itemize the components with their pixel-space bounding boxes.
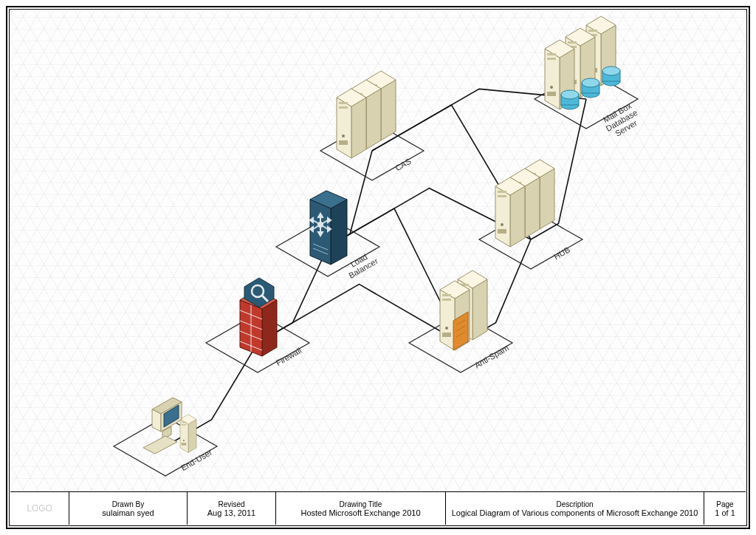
connection-firewall-anti_spam (258, 284, 461, 343)
label-mailbox: Mail BoxDatabaseServer (600, 100, 644, 141)
title-block: LOGO Drawn By sulaiman syed Revised Aug … (10, 491, 746, 525)
description-value: Logical Diagram of Various components of… (452, 508, 698, 517)
drawn-by-cell: Drawn By sulaiman syed (69, 492, 188, 525)
router-icon (310, 191, 347, 265)
node-hub: HUB (479, 160, 583, 269)
description-label: Description (556, 500, 593, 508)
diagram-canvas: End-UserFirewallLoadBalancerAnti-SpamCAS… (10, 10, 746, 491)
drawing-title-cell: Drawing Title Hosted Microsoft Exchange … (276, 492, 446, 525)
node-cas: CAS (320, 71, 424, 180)
revised-label: Revised (218, 500, 244, 508)
page-cell: Page 1 of 1 (704, 492, 746, 525)
label-anti_spam: Anti-Spam (473, 343, 510, 369)
label-firewall: Firewall (275, 346, 303, 367)
drawing-title-label: Drawing Title (340, 500, 382, 508)
workstation-icon (143, 398, 196, 454)
node-load_balancer: LoadBalancer (276, 191, 379, 280)
drawn-by-value: sulaiman syed (102, 508, 154, 517)
db-servers-icon (545, 16, 620, 109)
firewall-icon (240, 278, 277, 356)
drawn-by-label: Drawn By (112, 500, 144, 508)
revised-value: Aug 13, 2011 (207, 508, 255, 517)
page-value: 1 of 1 (715, 508, 735, 517)
logo-placeholder: LOGO (27, 503, 52, 514)
logo-cell: LOGO (10, 492, 69, 525)
label-end_user: End-User (179, 448, 214, 473)
description-cell: Description Logical Diagram of Various c… (446, 492, 704, 525)
revised-cell: Revised Aug 13, 2011 (188, 492, 276, 525)
node-end_user: End-User (114, 398, 217, 476)
diagram-page: End-UserFirewallLoadBalancerAnti-SpamCAS… (0, 0, 756, 535)
server-group-icon (337, 71, 396, 158)
node-mailbox: Mail BoxDatabaseServer (535, 16, 643, 140)
drawing-title-value: Hosted Microsoft Exchange 2010 (300, 508, 420, 517)
server-group-icon (495, 160, 554, 247)
spam-servers-icon (440, 270, 487, 350)
connection-end_user-firewall (165, 343, 258, 446)
node-firewall: Firewall (206, 278, 309, 372)
page-label: Page (716, 500, 733, 508)
